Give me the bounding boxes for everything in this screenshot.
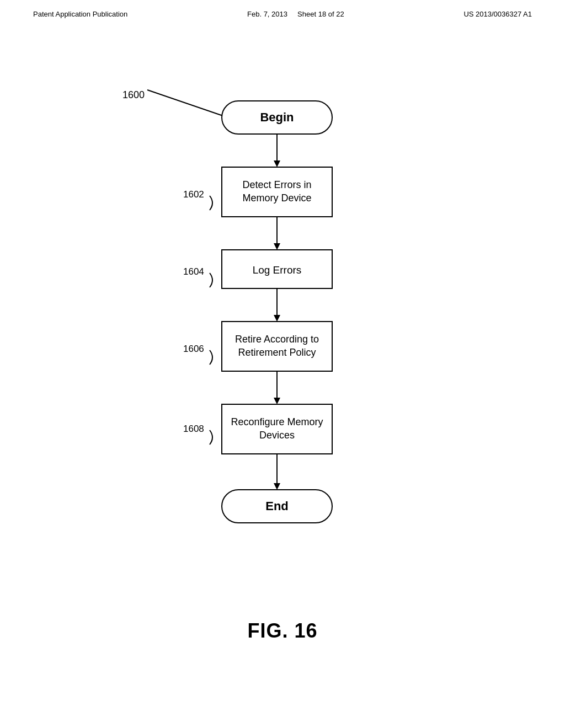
step1602-label: 1602 [183, 189, 204, 200]
step1608-text-line2: Devices [259, 430, 295, 441]
step1602-node [222, 167, 332, 217]
step1608-node [222, 404, 332, 454]
step1606-text-line2: Retirement Policy [238, 347, 316, 358]
step1604-check [210, 273, 212, 287]
page: Patent Application Publication Feb. 7, 2… [0, 0, 565, 728]
step1602-check [210, 196, 212, 210]
step1606-node [222, 322, 332, 371]
step1602-text-line1: Detect Errors in [242, 179, 311, 190]
sheet-label: Sheet 18 of 22 [297, 10, 344, 18]
flowchart-svg: 1600 Begin 1602 Detect Errors in Memory … [89, 46, 476, 597]
arrowhead-1608-to-end [274, 483, 280, 490]
step1602-text-line2: Memory Device [242, 192, 311, 204]
arrowhead-begin-to-1602 [274, 160, 280, 167]
publication-label: Patent Application Publication [33, 10, 127, 18]
step1606-check [210, 350, 212, 365]
step1608-text-line1: Reconfigure Memory [231, 416, 323, 427]
step1606-label: 1606 [183, 344, 204, 354]
arrowhead-1604-to-1606 [274, 315, 280, 322]
end-label: End [265, 499, 289, 513]
arrowhead-1602-to-1604 [274, 243, 280, 250]
figure-caption: FIG. 16 [0, 619, 565, 665]
step1608-check [210, 430, 212, 445]
patent-number: US 2013/0036327 A1 [463, 10, 532, 18]
date-sheet: Feb. 7, 2013 Sheet 18 of 22 [247, 10, 344, 18]
page-header: Patent Application Publication Feb. 7, 2… [0, 0, 565, 24]
begin-label: Begin [260, 110, 294, 124]
step1604-text: Log Errors [253, 264, 302, 276]
diagram-area: 1600 Begin 1602 Detect Errors in Memory … [0, 24, 565, 597]
date-label: Feb. 7, 2013 [247, 10, 287, 18]
step1608-label: 1608 [183, 424, 204, 434]
arrowhead-1606-to-1608 [274, 398, 280, 404]
step1604-label: 1604 [183, 266, 204, 277]
step1606-text-line1: Retire According to [235, 334, 319, 345]
diagram-id-label: 1600 [122, 89, 145, 100]
